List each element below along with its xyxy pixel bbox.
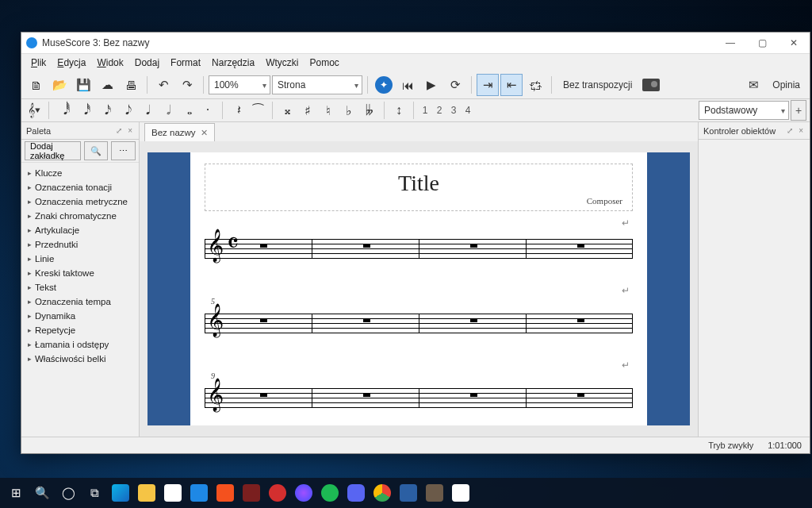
sharp-icon[interactable]: ♯ [298, 101, 317, 120]
title-frame[interactable]: Title Composer [205, 164, 633, 211]
print-icon[interactable]: 🖶 [120, 74, 142, 96]
note-8-icon[interactable]: 𝅘𝅥𝅮 [116, 101, 135, 120]
note-1-icon[interactable]: 𝅝 [178, 101, 197, 120]
rewind-icon[interactable]: ⏮ [396, 74, 419, 96]
workspace-combo[interactable]: Podstawowy [699, 101, 789, 120]
cloud-icon[interactable]: ☁ [96, 74, 118, 96]
note-4-icon[interactable]: 𝅘𝅥 [136, 101, 155, 120]
sharp2-icon[interactable]: 𝄪 [278, 101, 297, 120]
app-spotify[interactable] [319, 482, 341, 504]
loop-icon[interactable]: ⟳ [444, 74, 466, 96]
undo-icon[interactable]: ↶ [152, 74, 174, 96]
new-file-icon[interactable]: 🗎 [25, 74, 47, 96]
menu-add[interactable]: Dodaj [130, 56, 164, 70]
palette-item[interactable]: Oznaczenia tonacji [21, 180, 139, 194]
palette-dock-controls[interactable]: ⤢ × [116, 126, 134, 135]
menu-tools[interactable]: Narzędzia [207, 56, 259, 70]
image-capture-icon[interactable] [640, 74, 662, 96]
palette-item[interactable]: Oznaczenia tempa [21, 294, 139, 309]
app-chrome[interactable] [371, 482, 393, 504]
palette-item[interactable]: Tekst [21, 280, 139, 294]
voice-3[interactable]: 3 [447, 105, 460, 116]
menu-file[interactable]: Plik [26, 56, 51, 70]
score-composer[interactable]: Composer [215, 196, 622, 206]
app-mail[interactable] [188, 482, 210, 504]
palette-item[interactable]: Kreski taktowe [21, 266, 139, 280]
flat-icon[interactable]: ♭ [339, 101, 358, 120]
score-canvas[interactable]: Title Composer ↵𝄞𝄴↵5𝄞↵9𝄞↵13𝄞 [140, 141, 698, 437]
add-tab-button[interactable]: Dodaj zakładkę [25, 141, 81, 160]
feedback-button[interactable]: Opinia [766, 75, 806, 95]
note-2-icon[interactable]: 𝅗𝅥 [157, 101, 176, 120]
tab-close-icon[interactable]: ✕ [201, 128, 208, 138]
save-icon[interactable]: 💾 [72, 74, 94, 96]
staff[interactable]: 𝄞 [205, 383, 633, 415]
zoom-combo[interactable]: 100% [209, 75, 270, 94]
loop-in-icon[interactable]: ⇥ [477, 74, 499, 96]
menu-view[interactable]: Widok [92, 56, 128, 70]
maximize-button[interactable]: ▢ [746, 33, 778, 53]
loop-out-icon[interactable]: ⇤ [500, 74, 523, 96]
tab-document[interactable]: Bez nazwy ✕ [144, 123, 215, 141]
palette-item[interactable]: Dynamika [21, 309, 139, 323]
palette-item[interactable]: Artykulacje [21, 223, 139, 237]
open-file-icon[interactable]: 📂 [48, 74, 71, 96]
menu-edit[interactable]: Edycja [52, 56, 90, 70]
note-32-icon[interactable]: 𝅘𝅥𝅰 [75, 101, 94, 120]
transpose-toggle[interactable]: Bez transpozycji [557, 75, 638, 95]
app-w[interactable] [240, 482, 262, 504]
flat2-icon[interactable]: 𝄫 [360, 101, 379, 120]
palette-item[interactable]: Łamania i odstępy [21, 337, 139, 352]
staff[interactable]: 𝄞𝄴 [205, 234, 633, 266]
voice-1[interactable]: 1 [419, 105, 431, 116]
view-combo[interactable]: Strona [272, 75, 362, 94]
palette-search-icon[interactable]: 🔍 [84, 141, 109, 160]
app-discord[interactable] [345, 482, 367, 504]
note-input-icon[interactable]: 𝄞▾ [25, 101, 44, 120]
note-16-icon[interactable]: 𝅘𝅥𝅯 [95, 101, 114, 120]
palette-item[interactable]: Znaki chromatyczne [21, 209, 139, 223]
flip-icon[interactable]: ↕ [389, 101, 408, 120]
inspector-dock-controls[interactable]: ⤢ × [787, 126, 805, 135]
menu-format[interactable]: Format [166, 56, 205, 70]
app-brave[interactable] [214, 482, 236, 504]
app-messenger[interactable] [293, 482, 315, 504]
palette-item[interactable]: Linie [21, 252, 139, 266]
minimize-button[interactable]: — [714, 33, 746, 53]
voice-4[interactable]: 4 [462, 105, 474, 116]
app-explorer[interactable] [136, 482, 158, 504]
dot-icon[interactable]: · [198, 101, 217, 120]
menu-plugins[interactable]: Wtyczki [261, 56, 303, 70]
note-64-icon[interactable]: 𝅘𝅥𝅱 [54, 101, 73, 120]
natural-icon[interactable]: ♮ [319, 101, 338, 120]
menu-help[interactable]: Pomoc [304, 56, 343, 70]
palette-item[interactable]: Oznaczenia metryczne [21, 194, 139, 209]
app-store[interactable] [162, 482, 184, 504]
play-icon[interactable]: ▶ [420, 74, 442, 96]
tie-icon[interactable]: ⁀ [248, 101, 267, 120]
palette-item[interactable]: Właściwości belki [21, 352, 139, 366]
metronome-icon[interactable]: ✦ [373, 74, 395, 96]
search-icon[interactable]: 🔍 [31, 482, 53, 504]
feedback-icon[interactable]: ✉ [742, 74, 764, 96]
palette-more-icon[interactable]: ⋯ [111, 141, 136, 160]
voice-2[interactable]: 2 [433, 105, 446, 116]
close-button[interactable]: ✕ [778, 33, 810, 53]
rest-icon[interactable]: 𝄽 [228, 101, 247, 120]
redo-icon[interactable]: ↷ [176, 74, 198, 96]
score-title[interactable]: Title [215, 171, 622, 196]
count-in-icon[interactable]: ⮔ [524, 74, 546, 96]
app-edge[interactable] [109, 482, 132, 504]
palette-item[interactable]: Repetycje [21, 323, 139, 337]
app-opera[interactable] [266, 482, 289, 504]
cortana-icon[interactable]: ◯ [57, 482, 79, 504]
staff[interactable]: 𝄞 [205, 309, 633, 341]
start-icon[interactable]: ⊞ [5, 482, 27, 504]
app-gimp[interactable] [423, 482, 446, 504]
add-workspace-button[interactable]: + [791, 100, 806, 121]
palette-item[interactable]: Przednutki [21, 237, 139, 252]
taskview-icon[interactable]: ⧉ [83, 482, 105, 504]
palette-item[interactable]: Klucze [21, 166, 139, 180]
app-calc[interactable] [397, 482, 419, 504]
app-paint[interactable] [450, 482, 472, 504]
